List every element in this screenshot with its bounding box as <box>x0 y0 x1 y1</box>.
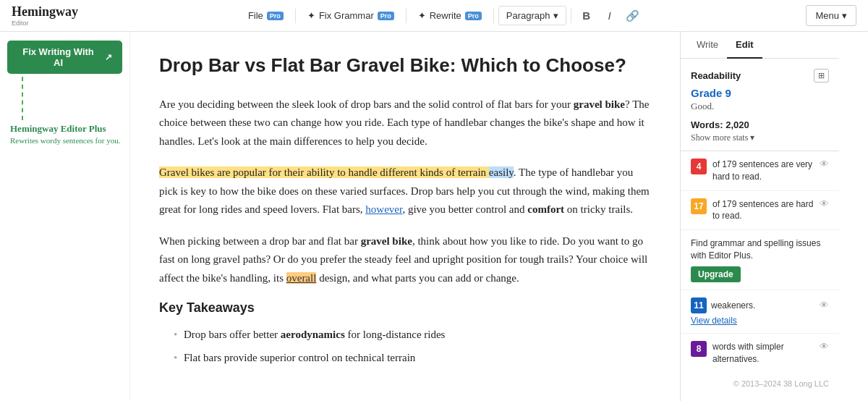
tab-edit[interactable]: Edit <box>727 32 762 59</box>
simpler-eye-icon[interactable]: 👁 <box>820 341 829 353</box>
para2-link[interactable]: however <box>365 203 402 215</box>
simpler-badge: 8 <box>691 341 707 357</box>
bold-button[interactable]: B <box>576 5 597 27</box>
show-more-chevron-icon: ▾ <box>750 132 754 143</box>
para3-text: When picking between a drop bar and flat… <box>159 235 361 247</box>
right-sidebar: Write Edit Readability ⊞ Grade 9 Good. W… <box>680 32 839 401</box>
word-count: Words: 2,020 <box>691 119 829 130</box>
simpler-row: 8 words with simpler alternatives. 👁 <box>691 341 829 366</box>
bold-label: B <box>582 9 590 22</box>
editor-plus-sublabel: Rewrites wordy sentences for you. <box>10 136 122 145</box>
very-hard-eye-icon[interactable]: 👁 <box>820 159 829 170</box>
para2-bold: comfort <box>527 203 564 215</box>
para3-link[interactable]: overall <box>286 272 317 284</box>
stat-very-hard: 4 of 179 sentences are very hard to read… <box>681 151 839 191</box>
nav-sep-3 <box>493 9 494 23</box>
link-button[interactable]: 🔗 <box>622 5 644 27</box>
upgrade-button[interactable]: Upgrade <box>691 266 741 282</box>
fix-writing-label: Fix Writing With AI <box>17 46 99 68</box>
list-item-2: Flat bars provide superior control on te… <box>174 349 651 368</box>
upgrade-section: Find grammar and spelling issues with Ed… <box>681 230 839 290</box>
list-item-1: Drop bars offer better aerodynamics for … <box>174 326 651 345</box>
para2-rest3: on tricky trails. <box>564 203 633 215</box>
paragraph-chevron-icon: ▾ <box>553 10 558 21</box>
article-body: Are you deciding between the sleek look … <box>159 96 651 368</box>
file-label: File <box>248 10 263 21</box>
main-content: Drop Bar vs Flat Bar Gravel Bike: Which … <box>130 32 680 401</box>
fix-grammar-pro-badge: Pro <box>378 12 394 20</box>
weakener-eye-icon[interactable]: 👁 <box>820 300 829 311</box>
bullet1-rest: for long-distance rides <box>345 329 446 340</box>
fix-grammar-label: Fix Grammar <box>319 10 374 21</box>
grade-level: Grade 9 <box>691 87 829 99</box>
para1-text: Are you deciding between the sleek look … <box>159 98 574 110</box>
rewrite-pro-badge: Pro <box>465 12 482 20</box>
weakener-badge: 11 <box>691 297 707 313</box>
upgrade-text: Find grammar and spelling issues with Ed… <box>691 237 829 262</box>
menu-button[interactable]: Menu ▾ <box>806 5 856 26</box>
key-takeaways-list: Drop bars offer better aerodynamics for … <box>174 326 651 367</box>
tab-write[interactable]: Write <box>688 32 727 59</box>
article-title: Drop Bar vs Flat Bar Gravel Bike: Which … <box>159 54 651 78</box>
paragraph-button[interactable]: Paragraph ▾ <box>498 6 566 25</box>
paragraph-label: Paragraph <box>506 10 550 21</box>
para2-blue: easily <box>489 166 514 178</box>
footer: © 2013–2024 38 Long LLC <box>681 372 839 395</box>
rewrite-button[interactable]: ✦ Rewrite Pro <box>411 7 489 25</box>
paragraph-2: Gravel bikes are popular for their abili… <box>159 164 651 219</box>
topbar: Hemingway Editor File Pro ✦ Fix Grammar … <box>0 0 868 32</box>
grade-quality: Good. <box>691 101 829 112</box>
para2-rest2: , give you better control and <box>402 203 527 215</box>
hard-text: of 179 sentences are hard to read. <box>712 198 814 223</box>
dashed-connector <box>22 77 23 120</box>
editor-plus-label: Hemingway Editor Plus <box>10 123 122 135</box>
show-more-label: Show more stats <box>691 132 748 143</box>
fix-writing-button[interactable]: Fix Writing With AI ↗ <box>7 41 122 74</box>
italic-button[interactable]: I <box>599 5 621 27</box>
logo-sub: Editor <box>12 20 78 27</box>
readability-header: Readability ⊞ <box>691 69 829 83</box>
file-pro-badge: Pro <box>267 12 284 20</box>
logo-main: Hemingway <box>12 5 78 18</box>
para3-rest2: design, and what parts you can add or ch… <box>316 272 519 284</box>
hard-eye-icon[interactable]: 👁 <box>820 198 829 210</box>
fix-grammar-icon: ✦ <box>307 10 315 21</box>
italic-label: I <box>608 9 610 22</box>
file-button[interactable]: File Pro <box>241 7 291 25</box>
para1-bold: gravel bike <box>574 98 625 110</box>
layout: Fix Writing With AI ↗ Hemingway Editor P… <box>0 32 868 401</box>
menu-label: Menu <box>815 10 839 21</box>
topbar-right: Menu ▾ <box>806 5 856 26</box>
view-details-link[interactable]: View details <box>691 316 829 326</box>
key-takeaways-heading: Key Takeaways <box>159 300 651 316</box>
nav-sep-4 <box>571 9 571 23</box>
simpler-text: words with simpler alternatives. <box>712 341 814 366</box>
link-icon: 🔗 <box>626 9 639 22</box>
external-link-icon: ↗ <box>105 52 112 62</box>
simpler-section: 8 words with simpler alternatives. 👁 <box>681 334 839 373</box>
topbar-nav: File Pro ✦ Fix Grammar Pro ✦ Rewrite Pro… <box>241 5 644 27</box>
show-more-stats[interactable]: Show more stats ▾ <box>691 132 829 143</box>
bullet1-bold: aerodynamics <box>281 329 345 340</box>
hard-badge: 17 <box>691 198 707 214</box>
nav-sep-1 <box>295 9 296 23</box>
para2-yellow: Gravel bikes are popular for their abili… <box>159 166 489 178</box>
tabs-row: Write Edit <box>681 32 839 59</box>
para3-bold: gravel bike <box>361 235 412 247</box>
fix-grammar-button[interactable]: ✦ Fix Grammar Pro <box>300 7 401 25</box>
nav-sep-2 <box>406 9 407 23</box>
readability-title: Readability <box>691 70 741 81</box>
very-hard-text: of 179 sentences are very hard to read. <box>712 159 814 183</box>
readability-settings-icon[interactable]: ⊞ <box>814 69 829 83</box>
paragraph-3: When picking between a drop bar and flat… <box>159 232 651 288</box>
weakener-label: weakeners. <box>711 300 755 311</box>
weakener-left: 11 weakeners. <box>691 297 755 313</box>
weakener-row: 11 weakeners. 👁 <box>691 297 829 313</box>
bullet1-pre: Drop bars offer better <box>184 329 281 340</box>
menu-chevron-icon: ▾ <box>842 10 847 21</box>
stat-hard: 17 of 179 sentences are hard to read. 👁 <box>681 191 839 231</box>
logo: Hemingway Editor <box>12 5 78 27</box>
rewrite-label: Rewrite <box>430 10 461 21</box>
paragraph-1: Are you deciding between the sleek look … <box>159 96 651 151</box>
readability-section: Readability ⊞ Grade 9 Good. Words: 2,020… <box>681 59 839 151</box>
